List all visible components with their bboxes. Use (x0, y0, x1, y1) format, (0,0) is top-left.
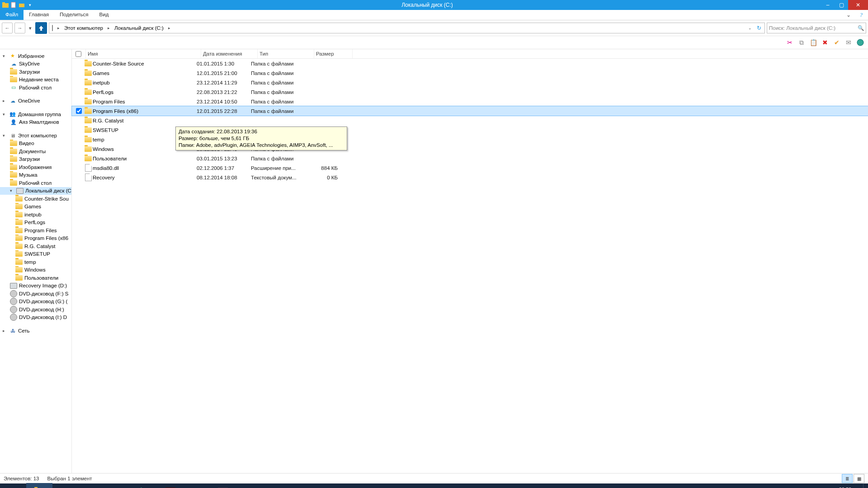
file-row[interactable]: Games12.01.2015 21:00Папка с файлами (72, 68, 868, 78)
task-app2[interactable] (157, 483, 184, 488)
nav-disk-folder[interactable]: Counter-Strike Sou (0, 195, 71, 203)
file-date: 08.12.2014 18:08 (197, 175, 251, 180)
nav-drive[interactable]: DVD-дисковод (F:) S (0, 290, 71, 298)
nav-skydrive[interactable]: ☁SkyDrive (0, 60, 71, 68)
task-explorer[interactable] (26, 483, 52, 488)
nav-homegroup[interactable]: ▾👥Домашняя группа (0, 110, 71, 118)
nav-drive[interactable]: Recovery Image (D:) (0, 282, 71, 290)
ribbon-expand-icon[interactable]: ⌄ (843, 10, 854, 20)
qat-dropdown-icon[interactable]: ▾ (26, 1, 33, 9)
start-button[interactable] (0, 483, 26, 488)
nav-disk-folder[interactable]: temp (0, 258, 71, 266)
nav-disk-folder[interactable]: inetpub (0, 211, 71, 219)
tab-view[interactable]: Вид (94, 10, 114, 20)
maximize-button[interactable]: ▢ (835, 0, 848, 10)
nav-homegroup-user[interactable]: 👤Аяз Ямалтдинов (0, 118, 71, 127)
nav-local-disk[interactable]: ▾Локальный диск (C (0, 187, 71, 195)
nav-downloads[interactable]: Загрузки (0, 68, 71, 76)
header-checkbox[interactable] (74, 49, 86, 58)
file-date: 23.12.2014 10:50 (197, 99, 251, 104)
address-dropdown-icon[interactable]: ⌄ (746, 26, 754, 30)
help-button[interactable]: ? (854, 10, 868, 20)
nav-thispc[interactable]: ▾🖥Этот компьютер (0, 131, 71, 140)
header-type[interactable]: Тип (258, 49, 314, 58)
forward-button[interactable]: → (14, 23, 25, 33)
view-details-button[interactable]: ≣ (842, 474, 853, 483)
file-row[interactable]: Recovery08.12.2014 18:08Текстовый докум.… (72, 173, 868, 182)
nav-disk-folder[interactable]: Games (0, 203, 71, 211)
file-date: 02.12.2006 1:37 (197, 165, 251, 171)
view-icons-button[interactable]: ▦ (854, 474, 864, 483)
delete-icon[interactable]: ✖ (821, 38, 829, 47)
nav-onedrive[interactable]: ▸☁OneDrive (0, 97, 71, 105)
close-button[interactable]: ✕ (848, 0, 868, 10)
file-row[interactable]: R.G. Catalyst (72, 116, 868, 125)
up-button[interactable] (35, 22, 47, 34)
nav-disk-folder[interactable]: R.G. Catalyst (0, 242, 71, 250)
nav-desktop[interactable]: ▭Рабочий стол (0, 84, 71, 92)
new-folder-icon[interactable] (18, 1, 25, 9)
nav-pictures[interactable]: Изображения (0, 163, 71, 171)
header-name[interactable]: Имя (86, 49, 201, 58)
nav-disk-folder[interactable]: SWSETUP (0, 250, 71, 258)
nav-disk-folder[interactable]: Program Files (x86 (0, 235, 71, 243)
nav-video[interactable]: Видео (0, 140, 71, 148)
tab-file[interactable]: Файл (0, 10, 24, 20)
nav-network[interactable]: ▸🖧Сеть (0, 327, 71, 335)
address-bar[interactable]: ▸ Этот компьютер ▸ Локальный диск (C:) ▸… (49, 23, 765, 33)
file-row[interactable]: PerfLogs22.08.2013 21:22Папка с файлами (72, 87, 868, 97)
cut-icon[interactable]: ✂ (786, 38, 794, 47)
file-row[interactable]: Пользователи03.01.2015 13:23Папка с файл… (72, 154, 868, 163)
nav-music[interactable]: Музыка (0, 171, 71, 179)
nav-desktop2[interactable]: Рабочий стол (0, 179, 71, 187)
breadcrumb-sep[interactable]: ▸ (106, 25, 112, 31)
nav-disk-folder[interactable]: PerfLogs (0, 219, 71, 227)
properties-icon[interactable] (10, 1, 17, 9)
file-row[interactable]: inetpub23.12.2014 11:29Папка с файлами (72, 78, 868, 87)
task-app1[interactable] (79, 483, 105, 488)
file-row[interactable]: Program Files23.12.2014 10:50Папка с фай… (72, 97, 868, 106)
breadcrumb-sep[interactable]: ▸ (166, 25, 172, 31)
task-app3[interactable] (210, 483, 236, 488)
nav-recent[interactable]: Недавние места (0, 76, 71, 84)
titlebar: ▾ Локальный диск (C:) – ▢ ✕ (0, 0, 868, 10)
copy-icon[interactable]: ⧉ (797, 38, 806, 47)
task-app4[interactable] (236, 483, 262, 488)
task-utorrent[interactable] (184, 483, 210, 488)
nav-drive[interactable]: DVD-дисковод (I:) D (0, 314, 71, 322)
file-icon (84, 118, 93, 123)
nav-disk-folder[interactable]: Windows (0, 266, 71, 274)
file-row[interactable]: Counter-Strike Source01.01.2015 1:30Папк… (72, 59, 868, 68)
task-opera[interactable] (105, 483, 131, 488)
history-dropdown-icon[interactable]: ▾ (27, 23, 33, 33)
nav-drive[interactable]: DVD-дисковод (H:) (0, 305, 71, 314)
search-input[interactable]: Поиск: Локальный диск (C:) 🔍 (767, 23, 866, 33)
nav-favorites[interactable]: ▾★Избранное (0, 52, 71, 60)
file-row[interactable]: msdia80.dll02.12.2006 1:37Расширение при… (72, 163, 868, 173)
minimize-button[interactable]: – (821, 0, 835, 10)
nav-downloads2[interactable]: Загрузки (0, 155, 71, 164)
file-icon (84, 137, 93, 142)
nav-disk-folder[interactable]: Пользователи (0, 274, 71, 282)
header-date[interactable]: Дата изменения (201, 49, 258, 58)
breadcrumb-pc[interactable]: Этот компьютер (62, 24, 105, 32)
task-store[interactable] (52, 483, 79, 488)
header-size[interactable]: Размер (314, 49, 353, 58)
task-chrome[interactable] (131, 483, 157, 488)
refresh-icon[interactable]: ↻ (755, 25, 764, 31)
check-icon[interactable]: ✔ (833, 38, 841, 47)
row-checkbox[interactable] (74, 108, 84, 114)
tab-home[interactable]: Главная (24, 10, 54, 20)
nav-drive[interactable]: DVD-дисковод (G:) ( (0, 298, 71, 306)
back-button[interactable]: ← (2, 23, 13, 33)
nav-disk-folder[interactable]: Program Files (0, 226, 71, 235)
file-row[interactable]: Program Files (x86)12.01.2015 22:28Папка… (72, 106, 868, 116)
mail-icon[interactable]: ✉ (844, 38, 853, 47)
breadcrumb-disk[interactable]: Локальный диск (C:) (113, 24, 165, 32)
nav-documents[interactable]: Документы (0, 147, 71, 155)
show-desktop-button[interactable] (863, 483, 866, 488)
globe-icon[interactable] (856, 38, 864, 47)
tab-share[interactable]: Поделиться (54, 10, 94, 20)
paste-icon[interactable]: 📋 (809, 38, 817, 47)
breadcrumb-sep[interactable]: ▸ (56, 25, 61, 31)
